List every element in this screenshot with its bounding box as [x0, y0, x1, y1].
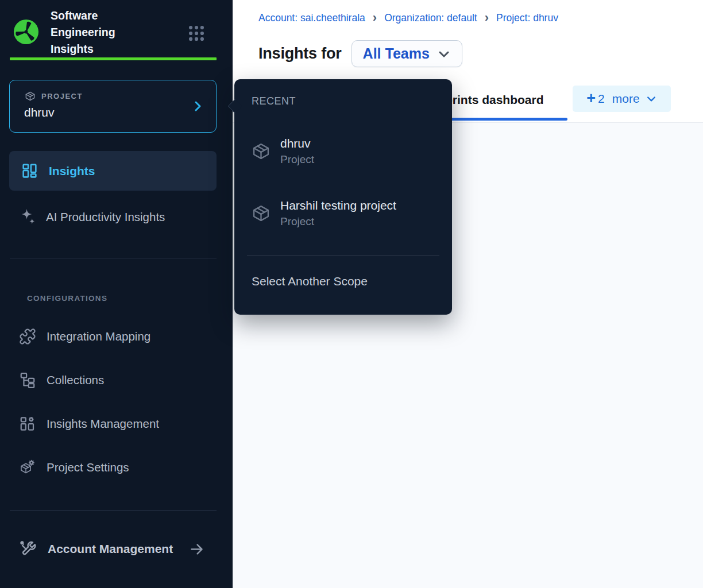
panel-divider: [247, 255, 439, 256]
scope-dropdown-panel: RECENT dhruv Project Harshil testing pro…: [234, 79, 452, 315]
sidebar-item-label: Insights: [49, 164, 95, 178]
sidebar-item-label: Integration Mapping: [47, 330, 150, 343]
insights-dashboard-icon: [21, 163, 38, 179]
breadcrumb-account-link[interactable]: Account: sai.cheethirala: [258, 12, 365, 24]
chevron-down-icon: [646, 93, 657, 105]
sidebar-item-ai-productivity-insights[interactable]: AI Productivity Insights: [9, 200, 217, 234]
select-another-scope-button[interactable]: Select Another Scope: [252, 274, 368, 288]
more-tabs-count: 2: [598, 92, 605, 106]
sidebar-item-label: AI Productivity Insights: [46, 210, 165, 224]
sidebar-item-insights[interactable]: Insights: [9, 151, 217, 191]
breadcrumb: Account: sai.cheethirala › Organization:…: [258, 12, 558, 24]
scope-option-type: Project: [280, 153, 314, 166]
main-header: Account: sai.cheethirala › Organization:…: [233, 0, 703, 75]
page-title: Insights for: [258, 45, 342, 63]
insights-gear-icon: [19, 415, 36, 432]
sidebar-item-label: Collections: [47, 373, 104, 387]
breadcrumb-separator: ›: [373, 13, 377, 24]
sparkles-icon: [18, 207, 37, 227]
scope-option-harshil-testing-project[interactable]: Harshil testing project Project: [252, 193, 435, 233]
sidebar-item-collections[interactable]: Collections: [9, 366, 217, 394]
project-scope-card[interactable]: PROJECT dhruv: [9, 80, 217, 133]
brand-accent-bar: [10, 57, 217, 60]
package-icon: [25, 91, 36, 102]
sidebar-item-label: Insights Management: [47, 417, 159, 431]
tools-icon: [19, 540, 37, 558]
sidebar-item-label: Account Management: [48, 542, 173, 556]
team-selector-button[interactable]: All Teams: [352, 40, 462, 67]
app-switcher-grid-icon[interactable]: [187, 24, 206, 43]
breadcrumb-separator: ›: [485, 13, 489, 24]
sidebar-item-integration-mapping[interactable]: Integration Mapping: [9, 323, 217, 350]
scope-option-name: Harshil testing project: [280, 199, 396, 212]
more-tabs-button[interactable]: + 2 more: [573, 86, 671, 112]
chevron-down-icon: [437, 47, 451, 61]
project-type-label: PROJECT: [41, 92, 83, 100]
box-gear-icon: [19, 459, 36, 476]
sidebar-divider: [10, 510, 217, 511]
breadcrumb-organization-link[interactable]: Organization: default: [384, 12, 477, 24]
team-selector-value: All Teams: [363, 45, 430, 62]
app-title: Software Engineering Insights: [51, 7, 157, 57]
sidebar-item-account-management[interactable]: Account Management: [9, 535, 217, 563]
sidebar-item-label: Project Settings: [47, 461, 129, 474]
arrow-right-icon: [189, 541, 204, 557]
configurations-heading: CONFIGURATIONS: [27, 294, 107, 303]
sidebar-divider: [10, 258, 217, 258]
tree-hierarchy-icon: [19, 372, 36, 389]
sidebar: Software Engineering Insights PROJECT dh…: [0, 0, 233, 588]
sidebar-item-insights-management[interactable]: Insights Management: [9, 410, 217, 438]
sidebar-item-project-settings[interactable]: Project Settings: [9, 454, 217, 481]
breadcrumb-project-link[interactable]: Project: dhruv: [496, 12, 558, 24]
project-name: dhruv: [24, 106, 55, 119]
plus-icon: +: [586, 92, 596, 106]
package-icon: [252, 204, 271, 223]
sei-logo-icon: [13, 18, 40, 45]
package-icon: [252, 142, 271, 161]
more-tabs-label: more: [612, 92, 640, 106]
tab-sprints-dashboard[interactable]: prints dashboard: [445, 93, 544, 107]
recent-heading: RECENT: [252, 95, 296, 107]
puzzle-icon: [19, 328, 36, 345]
scope-option-name: dhruv: [280, 137, 314, 150]
chevron-right-icon[interactable]: [191, 99, 204, 113]
scope-option-type: Project: [280, 215, 396, 228]
scope-option-dhruv[interactable]: dhruv Project: [252, 131, 435, 171]
